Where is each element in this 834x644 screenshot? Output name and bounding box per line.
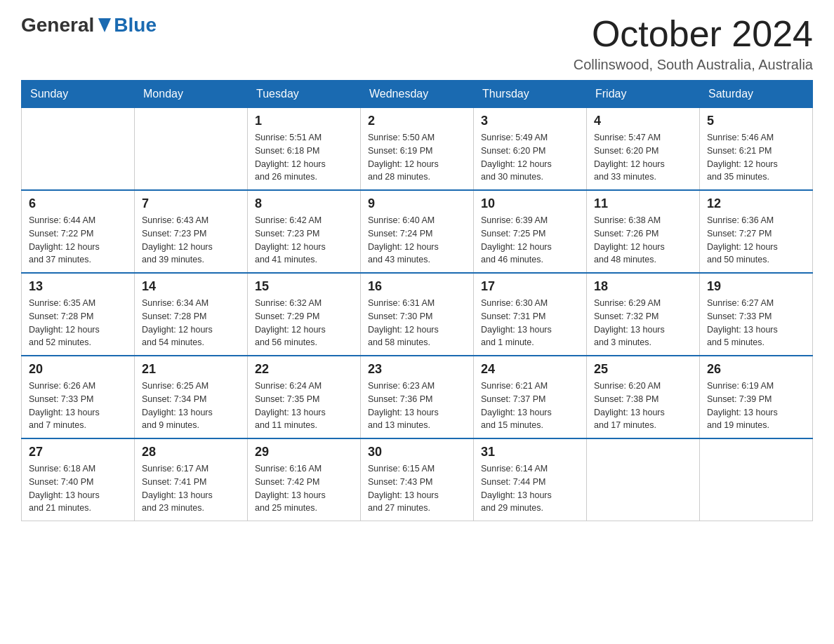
calendar-cell: 25Sunrise: 6:20 AMSunset: 7:38 PMDayligh… bbox=[587, 356, 700, 438]
calendar-cell: 28Sunrise: 6:17 AMSunset: 7:41 PMDayligh… bbox=[135, 438, 248, 521]
week-row-2: 6Sunrise: 6:44 AMSunset: 7:22 PMDaylight… bbox=[22, 190, 813, 273]
weekday-header-sunday: Sunday bbox=[22, 81, 135, 108]
calendar-cell: 2Sunrise: 5:50 AMSunset: 6:19 PMDaylight… bbox=[361, 108, 474, 191]
calendar-cell: 24Sunrise: 6:21 AMSunset: 7:37 PMDayligh… bbox=[474, 356, 587, 438]
weekday-header-friday: Friday bbox=[587, 81, 700, 108]
day-info: Sunrise: 6:35 AMSunset: 7:28 PMDaylight:… bbox=[29, 297, 127, 349]
calendar-cell: 16Sunrise: 6:31 AMSunset: 7:30 PMDayligh… bbox=[361, 273, 474, 356]
day-number: 29 bbox=[255, 445, 353, 459]
day-number: 18 bbox=[594, 279, 692, 294]
day-info: Sunrise: 6:42 AMSunset: 7:23 PMDaylight:… bbox=[255, 214, 353, 267]
day-number: 27 bbox=[29, 445, 127, 459]
day-number: 20 bbox=[29, 362, 127, 377]
day-number: 2 bbox=[368, 114, 466, 128]
day-number: 25 bbox=[594, 362, 692, 377]
day-number: 14 bbox=[142, 279, 240, 294]
title-area: October 2024 Collinswood, South Australi… bbox=[574, 14, 813, 73]
weekday-header-row: SundayMondayTuesdayWednesdayThursdayFrid… bbox=[22, 81, 813, 108]
calendar-cell: 14Sunrise: 6:34 AMSunset: 7:28 PMDayligh… bbox=[135, 273, 248, 356]
calendar-cell: 12Sunrise: 6:36 AMSunset: 7:27 PMDayligh… bbox=[700, 190, 813, 273]
day-number: 22 bbox=[255, 362, 353, 377]
day-number: 3 bbox=[481, 114, 579, 128]
day-info: Sunrise: 6:19 AMSunset: 7:39 PMDaylight:… bbox=[707, 380, 805, 432]
day-number: 11 bbox=[594, 196, 692, 211]
day-info: Sunrise: 6:36 AMSunset: 7:27 PMDaylight:… bbox=[707, 214, 805, 267]
day-info: Sunrise: 6:17 AMSunset: 7:41 PMDaylight:… bbox=[142, 462, 240, 515]
logo-general: General bbox=[21, 14, 94, 36]
day-info: Sunrise: 6:40 AMSunset: 7:24 PMDaylight:… bbox=[368, 214, 466, 267]
day-number: 26 bbox=[707, 362, 805, 377]
day-number: 24 bbox=[481, 362, 579, 377]
calendar-cell: 26Sunrise: 6:19 AMSunset: 7:39 PMDayligh… bbox=[700, 356, 813, 438]
day-info: Sunrise: 6:27 AMSunset: 7:33 PMDaylight:… bbox=[707, 297, 805, 349]
calendar-cell: 7Sunrise: 6:43 AMSunset: 7:23 PMDaylight… bbox=[135, 190, 248, 273]
logo-triangle-icon bbox=[98, 18, 111, 32]
calendar-cell: 22Sunrise: 6:24 AMSunset: 7:35 PMDayligh… bbox=[248, 356, 361, 438]
location-title: Collinswood, South Australia, Australia bbox=[574, 57, 813, 73]
weekday-header-monday: Monday bbox=[135, 81, 248, 108]
day-number: 6 bbox=[29, 196, 127, 211]
weekday-header-tuesday: Tuesday bbox=[248, 81, 361, 108]
day-info: Sunrise: 6:16 AMSunset: 7:42 PMDaylight:… bbox=[255, 462, 353, 515]
day-number: 1 bbox=[255, 114, 353, 128]
month-title: October 2024 bbox=[574, 14, 813, 54]
day-info: Sunrise: 6:29 AMSunset: 7:32 PMDaylight:… bbox=[594, 297, 692, 349]
week-row-1: 1Sunrise: 5:51 AMSunset: 6:18 PMDaylight… bbox=[22, 108, 813, 191]
day-number: 15 bbox=[255, 279, 353, 294]
calendar-cell bbox=[700, 438, 813, 521]
day-info: Sunrise: 6:39 AMSunset: 7:25 PMDaylight:… bbox=[481, 214, 579, 267]
day-info: Sunrise: 6:18 AMSunset: 7:40 PMDaylight:… bbox=[29, 462, 127, 515]
day-info: Sunrise: 6:31 AMSunset: 7:30 PMDaylight:… bbox=[368, 297, 466, 349]
calendar-cell: 13Sunrise: 6:35 AMSunset: 7:28 PMDayligh… bbox=[22, 273, 135, 356]
day-number: 30 bbox=[368, 445, 466, 459]
calendar-cell: 23Sunrise: 6:23 AMSunset: 7:36 PMDayligh… bbox=[361, 356, 474, 438]
day-info: Sunrise: 6:30 AMSunset: 7:31 PMDaylight:… bbox=[481, 297, 579, 349]
calendar-cell: 4Sunrise: 5:47 AMSunset: 6:20 PMDaylight… bbox=[587, 108, 700, 191]
week-row-5: 27Sunrise: 6:18 AMSunset: 7:40 PMDayligh… bbox=[22, 438, 813, 521]
day-info: Sunrise: 5:49 AMSunset: 6:20 PMDaylight:… bbox=[481, 131, 579, 184]
day-number: 28 bbox=[142, 445, 240, 459]
calendar-cell: 15Sunrise: 6:32 AMSunset: 7:29 PMDayligh… bbox=[248, 273, 361, 356]
day-info: Sunrise: 5:50 AMSunset: 6:19 PMDaylight:… bbox=[368, 131, 466, 184]
calendar-cell bbox=[135, 108, 248, 191]
weekday-header-wednesday: Wednesday bbox=[361, 81, 474, 108]
week-row-3: 13Sunrise: 6:35 AMSunset: 7:28 PMDayligh… bbox=[22, 273, 813, 356]
calendar-cell: 19Sunrise: 6:27 AMSunset: 7:33 PMDayligh… bbox=[700, 273, 813, 356]
day-number: 19 bbox=[707, 279, 805, 294]
day-info: Sunrise: 6:44 AMSunset: 7:22 PMDaylight:… bbox=[29, 214, 127, 267]
calendar-cell: 18Sunrise: 6:29 AMSunset: 7:32 PMDayligh… bbox=[587, 273, 700, 356]
day-number: 9 bbox=[368, 196, 466, 211]
calendar-header: SundayMondayTuesdayWednesdayThursdayFrid… bbox=[22, 81, 813, 108]
day-number: 4 bbox=[594, 114, 692, 128]
calendar-cell: 1Sunrise: 5:51 AMSunset: 6:18 PMDaylight… bbox=[248, 108, 361, 191]
calendar-cell: 9Sunrise: 6:40 AMSunset: 7:24 PMDaylight… bbox=[361, 190, 474, 273]
calendar-cell: 17Sunrise: 6:30 AMSunset: 7:31 PMDayligh… bbox=[474, 273, 587, 356]
day-number: 21 bbox=[142, 362, 240, 377]
calendar-cell: 29Sunrise: 6:16 AMSunset: 7:42 PMDayligh… bbox=[248, 438, 361, 521]
day-number: 16 bbox=[368, 279, 466, 294]
calendar-body: 1Sunrise: 5:51 AMSunset: 6:18 PMDaylight… bbox=[22, 108, 813, 521]
day-info: Sunrise: 6:25 AMSunset: 7:34 PMDaylight:… bbox=[142, 380, 240, 432]
day-info: Sunrise: 6:32 AMSunset: 7:29 PMDaylight:… bbox=[255, 297, 353, 349]
calendar-cell: 6Sunrise: 6:44 AMSunset: 7:22 PMDaylight… bbox=[22, 190, 135, 273]
weekday-header-thursday: Thursday bbox=[474, 81, 587, 108]
day-info: Sunrise: 6:21 AMSunset: 7:37 PMDaylight:… bbox=[481, 380, 579, 432]
svg-marker-0 bbox=[98, 18, 111, 32]
day-number: 12 bbox=[707, 196, 805, 211]
day-info: Sunrise: 6:26 AMSunset: 7:33 PMDaylight:… bbox=[29, 380, 127, 432]
logo: General Blue bbox=[21, 14, 157, 36]
logo-blue: Blue bbox=[114, 14, 157, 36]
day-info: Sunrise: 5:51 AMSunset: 6:18 PMDaylight:… bbox=[255, 131, 353, 184]
calendar-table: SundayMondayTuesdayWednesdayThursdayFrid… bbox=[21, 80, 813, 521]
weekday-header-saturday: Saturday bbox=[700, 81, 813, 108]
calendar-cell: 21Sunrise: 6:25 AMSunset: 7:34 PMDayligh… bbox=[135, 356, 248, 438]
day-info: Sunrise: 5:47 AMSunset: 6:20 PMDaylight:… bbox=[594, 131, 692, 184]
day-number: 23 bbox=[368, 362, 466, 377]
day-number: 31 bbox=[481, 445, 579, 459]
day-info: Sunrise: 6:34 AMSunset: 7:28 PMDaylight:… bbox=[142, 297, 240, 349]
day-info: Sunrise: 6:23 AMSunset: 7:36 PMDaylight:… bbox=[368, 380, 466, 432]
calendar-cell: 5Sunrise: 5:46 AMSunset: 6:21 PMDaylight… bbox=[700, 108, 813, 191]
calendar-cell: 10Sunrise: 6:39 AMSunset: 7:25 PMDayligh… bbox=[474, 190, 587, 273]
day-number: 5 bbox=[707, 114, 805, 128]
calendar-cell: 27Sunrise: 6:18 AMSunset: 7:40 PMDayligh… bbox=[22, 438, 135, 521]
